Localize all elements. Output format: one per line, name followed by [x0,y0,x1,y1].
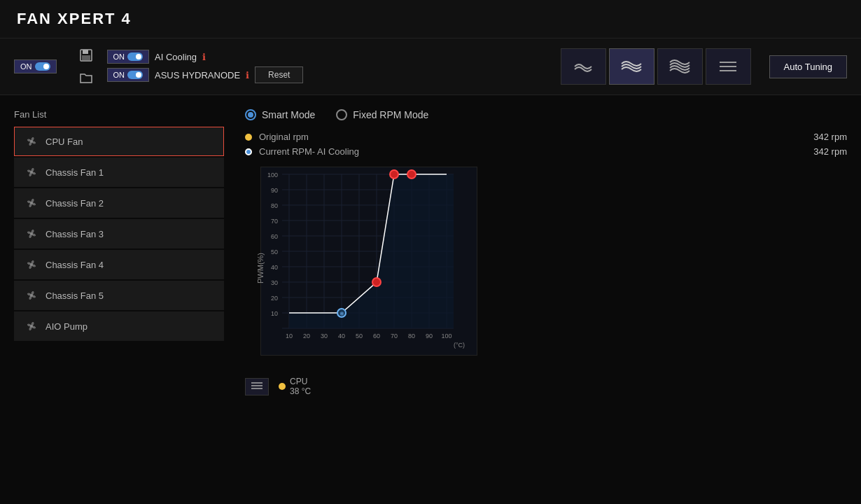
fan-icon-0 [24,134,38,148]
main-toggle-btn[interactable]: ON [14,59,57,74]
toolbar: ON ON AI [0,38,861,95]
cpu-label: CPU [290,377,311,386]
fan-list-item-4[interactable]: Chassis Fan 4 [14,250,224,279]
svg-text:50: 50 [356,332,363,340]
main-toggle-label: ON [20,62,32,71]
smart-mode-option[interactable]: Smart Mode [245,109,315,120]
ai-cooling-indicator [127,52,143,61]
hydranode-row: ON ASUS HYDRANODE ℹ Reset [107,66,304,83]
svg-text:60: 60 [373,332,380,340]
fan-item-label-3: Chassis Fan 3 [46,229,104,239]
cpu-temp: 38 °C [290,386,311,396]
fan-list-item-5[interactable]: Chassis Fan 5 [14,281,224,310]
svg-text:10: 10 [271,310,278,317]
svg-text:50: 50 [271,248,278,255]
svg-text:(°C): (°C) [454,342,465,349]
hydranode-toggle-label: ON [113,71,125,79]
folder-icon[interactable] [76,68,96,88]
fan-mode-btn-2[interactable] [609,48,654,85]
svg-text:100: 100 [267,172,278,178]
svg-text:30: 30 [271,279,278,286]
fan-list-item-2[interactable]: Chassis Fan 2 [14,188,224,218]
fan-list-item-1[interactable]: Chassis Fan 1 [14,158,224,187]
fan-list-section: Fan List CPU Fan [14,109,224,396]
current-rpm-label: Current RPM- AI Cooling [259,146,806,157]
svg-text:90: 90 [271,187,278,194]
ai-cooling-toggle[interactable]: ON [107,50,150,64]
fan-item-label-4: Chassis Fan 4 [46,260,104,270]
svg-text:10: 10 [286,332,293,340]
fixed-rpm-label: Fixed RPM Mode [353,109,428,120]
fan-mode-btn-1[interactable] [561,48,606,85]
svg-rect-1 [83,50,88,54]
original-rpm-dot [245,134,252,141]
fan-list-item-6[interactable]: AIO Pump [14,312,224,341]
chart-point-red-2[interactable] [390,170,398,178]
fan-mode-btn-4[interactable] [706,48,751,85]
bottom-legend: CPU 38 °C [245,377,847,396]
fan-icon-6 [24,319,38,333]
svg-text:40: 40 [338,332,345,340]
svg-text:90: 90 [426,332,433,340]
hydranode-indicator [127,71,143,79]
fan-list: CPU Fan Chassis Fan 1 [14,127,224,341]
fan-list-item-3[interactable]: Chassis Fan 3 [14,219,224,248]
fan-item-label-0: CPU Fan [46,136,83,147]
fan-item-label-6: AIO Pump [46,321,88,332]
fixed-rpm-radio[interactable] [336,109,347,120]
svg-text:20: 20 [271,295,278,302]
pwm-y-label: PWM(%) [256,253,265,284]
svg-text:80: 80 [408,332,415,340]
legend-list-icon[interactable] [245,378,269,396]
hydranode-toggle[interactable]: ON [107,68,150,82]
fan-icon-5 [24,288,38,302]
mode-selector: Smart Mode Fixed RPM Mode [245,109,847,120]
toolbar-icon-column [76,46,96,88]
svg-text:20: 20 [303,332,310,340]
fan-list-item-0[interactable]: CPU Fan [14,127,224,156]
cpu-legend-item: CPU 38 °C [279,377,311,396]
current-rpm-value: 342 rpm [813,146,847,157]
cpu-legend-dot [279,383,286,390]
fan-mode-btn-3[interactable] [657,48,703,85]
svg-text:❄: ❄ [340,311,344,317]
main-toggle-indicator [35,62,50,71]
svg-text:60: 60 [271,233,278,240]
auto-tuning-button[interactable]: Auto Tuning [769,55,847,78]
original-rpm-value: 342 rpm [813,132,847,142]
smart-mode-radio[interactable] [245,109,256,120]
chart-point-red-1[interactable] [372,278,381,286]
fan-item-label-1: Chassis Fan 1 [46,167,104,178]
fixed-rpm-option[interactable]: Fixed RPM Mode [336,109,428,120]
ai-hydra-column: ON AI Cooling ℹ ON ASUS HYDRANODE ℹ Rese… [107,50,304,83]
fan-list-title: Fan List [14,109,224,120]
fan-icon-2 [24,196,38,210]
main-toggle[interactable]: ON [14,59,57,74]
fan-mode-buttons [561,48,751,85]
original-rpm-label: Original rpm [259,132,806,142]
current-rpm-row: Current RPM- AI Cooling 342 rpm [245,146,847,157]
ai-cooling-info-icon[interactable]: ℹ [202,52,206,62]
reset-button[interactable]: Reset [255,66,303,83]
chart-wrapper: PWM(%) [245,167,476,370]
ai-cooling-toggle-label: ON [113,52,125,61]
right-panel: Smart Mode Fixed RPM Mode Original rpm 3… [245,109,847,396]
header: FAN XPERT 4 [0,0,861,38]
svg-text:40: 40 [271,264,278,271]
svg-text:70: 70 [391,332,398,340]
hydranode-info-icon[interactable]: ℹ [246,70,249,80]
chart-point-red-3[interactable] [407,170,416,178]
save-icon[interactable] [76,46,96,65]
chart-svg: 100 90 80 70 60 50 40 30 20 10 10 20 30 … [260,167,477,356]
fan-icon-1 [24,165,38,179]
fan-icon-4 [24,258,38,272]
main-content: Fan List CPU Fan [0,95,861,410]
svg-text:30: 30 [321,332,328,340]
fan-item-label-2: Chassis Fan 2 [46,198,104,209]
app-title: FAN XPERT 4 [17,10,844,28]
smart-mode-label: Smart Mode [262,109,315,120]
hydranode-label: ASUS HYDRANODE [155,70,240,80]
cpu-legend-text: CPU 38 °C [290,377,311,396]
rpm-info: Original rpm 342 rpm Current RPM- AI Coo… [245,132,847,157]
current-rpm-dot [245,148,252,155]
